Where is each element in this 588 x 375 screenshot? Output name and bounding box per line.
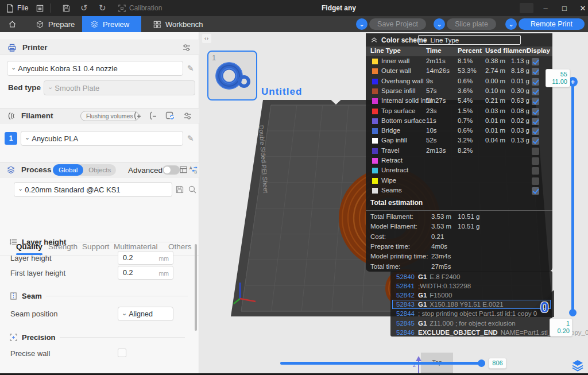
gcode-line[interactable]: 52840G1E.8 F2400 — [392, 272, 551, 281]
save-project-button[interactable]: Save Project — [369, 18, 426, 30]
tab-prepare[interactable]: Prepare — [28, 16, 83, 32]
line-type-color-swatch — [372, 88, 378, 94]
filament-edit-icon[interactable]: ✎ — [187, 134, 194, 143]
maximize-button[interactable]: □ — [556, 0, 573, 16]
printer-settings-icon[interactable] — [182, 43, 191, 52]
precise-wall-checkbox[interactable] — [118, 349, 126, 357]
account-button[interactable] — [520, 3, 533, 13]
display-checkbox[interactable] — [532, 78, 539, 86]
display-checkbox[interactable] — [532, 157, 539, 165]
calibration-button[interactable]: Calibration — [118, 0, 162, 16]
line-type-label: Seams — [381, 187, 402, 194]
save-preset-icon[interactable] — [175, 185, 184, 194]
sidebar-collapse-button[interactable]: ‹› — [202, 34, 211, 43]
view-type-select[interactable]: ⌄ Line Type — [418, 35, 521, 45]
display-checkbox[interactable] — [532, 127, 539, 135]
flushing-volumes-button[interactable]: Flushing volumes — [80, 111, 139, 121]
printer-edit-icon[interactable]: ✎ — [187, 64, 194, 73]
filament-preset-select[interactable]: ⌄ Anycubic PLA — [21, 131, 183, 146]
filament-icon — [6, 111, 16, 121]
sidebar-scrollbar[interactable] — [195, 244, 197, 331]
close-button[interactable]: ✕ — [574, 0, 588, 16]
display-checkbox[interactable] — [532, 137, 539, 145]
save-icon — [62, 4, 71, 13]
save-button[interactable] — [62, 0, 71, 16]
display-checkbox[interactable] — [532, 177, 539, 185]
display-checkbox[interactable] — [532, 98, 539, 105]
layer-height-bottom: 0.20 — [552, 327, 570, 335]
gcode-line-number: 52846 — [393, 329, 414, 336]
menu-list-button[interactable] — [36, 0, 44, 16]
layer-height-group-title: Layer height — [22, 238, 66, 246]
filament-settings-icon[interactable] — [183, 111, 192, 121]
undo-button[interactable]: ↺ — [80, 0, 88, 16]
total-label: Prepare time: — [370, 243, 410, 250]
process-global-option[interactable]: Global — [53, 164, 83, 176]
line-type-row: Inner wall2m11s8.1%0.38 m1.13 g — [366, 57, 552, 67]
filament-slot-badge[interactable]: 1 — [5, 132, 17, 145]
display-checkbox[interactable] — [532, 88, 539, 95]
display-checkbox[interactable] — [532, 68, 539, 75]
move-slider-track[interactable] — [280, 362, 485, 365]
layer-height-input[interactable]: 0.2 mm — [118, 251, 173, 265]
tab-preview[interactable]: Preview — [82, 16, 141, 32]
gcode-line-number: 52844 — [393, 310, 414, 317]
plate-name-label[interactable]: Untitled — [261, 86, 302, 98]
total-label: Model Filament: — [370, 223, 417, 230]
collapse-panel-icon[interactable] — [370, 36, 378, 44]
display-checkbox[interactable] — [532, 118, 539, 125]
minimize-button[interactable]: – — [537, 0, 554, 16]
gcode-params: NAME=Part1.stl_id_1_copy_0 — [501, 329, 588, 336]
gcode-line[interactable]: 52844; stop printing object Part1.stl id… — [392, 309, 551, 318]
gcode-line[interactable]: 52845G1Z11.000 ; for object exclusion — [392, 319, 551, 328]
slice-plate-dropdown-button[interactable]: ⌄ — [434, 18, 445, 30]
gcode-line[interactable]: 52843G1X150.188 Y91.51 E.0021 — [392, 300, 551, 309]
layer-slider-track[interactable] — [571, 82, 574, 313]
process-preset-select[interactable]: ⌄ 0.20mm Standard @AC KS1 — [14, 182, 172, 197]
home-button[interactable] — [0, 16, 25, 32]
display-checkbox[interactable] — [532, 108, 539, 115]
seam-position-select[interactable]: ⌄ Aligned — [118, 307, 173, 321]
remote-print-button[interactable]: Remote Print — [519, 18, 585, 30]
view-type-value: Line Type — [431, 37, 459, 44]
tab-workbench[interactable]: Workbench — [145, 16, 211, 32]
search-preset-icon[interactable] — [188, 185, 197, 194]
slice-plate-button[interactable]: Slice plate — [447, 18, 496, 30]
display-checkbox[interactable] — [532, 148, 539, 155]
add-filament-icon[interactable] — [133, 111, 142, 121]
first-layer-height-input[interactable]: 0.2 mm — [118, 266, 173, 280]
bed-type-select[interactable]: ⌄ Smooth Plate — [44, 80, 195, 95]
gcode-line[interactable]: 52846EXCLUDE_OBJECT_ENDNAME=Part1.stl_id… — [392, 328, 551, 337]
redo-button[interactable]: ↻ — [99, 0, 106, 16]
file-menu[interactable]: File — [6, 0, 28, 16]
plate-thumbnail[interactable]: 1 — [207, 51, 257, 100]
remove-filament-icon[interactable] — [148, 111, 158, 121]
total-row: Cost:0.21 — [366, 233, 552, 243]
line-type-weight: 0.02 g — [511, 117, 529, 124]
save-project-dropdown-button[interactable]: ⌄ — [356, 18, 368, 30]
layers-view-button[interactable] — [571, 359, 584, 372]
line-type-percent: 1.5% — [458, 107, 473, 114]
layer-slider-bottom-handle[interactable] — [569, 309, 577, 316]
bed-type-value: Smooth Plate — [55, 84, 99, 92]
line-type-weight: 1.13 g — [511, 57, 529, 64]
display-checkbox[interactable] — [532, 167, 539, 175]
move-slider-handle[interactable] — [478, 359, 485, 367]
window-title: Fidget any — [322, 0, 356, 16]
chevron-down-icon: ⌄ — [122, 310, 127, 317]
filament-sync-icon[interactable] — [165, 111, 175, 121]
gcode-line[interactable]: 52841;WIDTH:0.132298 — [392, 281, 551, 291]
line-type-time: 11s — [426, 117, 436, 124]
remote-print-dropdown-button[interactable]: ⌄ — [505, 18, 517, 30]
process-objects-option[interactable]: Objects — [83, 164, 116, 176]
display-checkbox[interactable] — [532, 187, 539, 195]
advanced-toggle[interactable] — [163, 165, 180, 175]
gcode-line-number: 52841 — [393, 283, 414, 289]
group-divider — [60, 337, 185, 338]
display-checkbox[interactable] — [532, 58, 539, 65]
process-compare-icon[interactable]: AB — [189, 165, 198, 174]
printer-preset-select[interactable]: ⌄ Anycubic Kobra S1 0.4 nozzle — [7, 61, 183, 76]
process-list-view-icon[interactable] — [179, 165, 188, 174]
gcode-line[interactable]: 52842G1F15000 — [392, 291, 551, 300]
line-type-color-swatch — [372, 188, 378, 194]
